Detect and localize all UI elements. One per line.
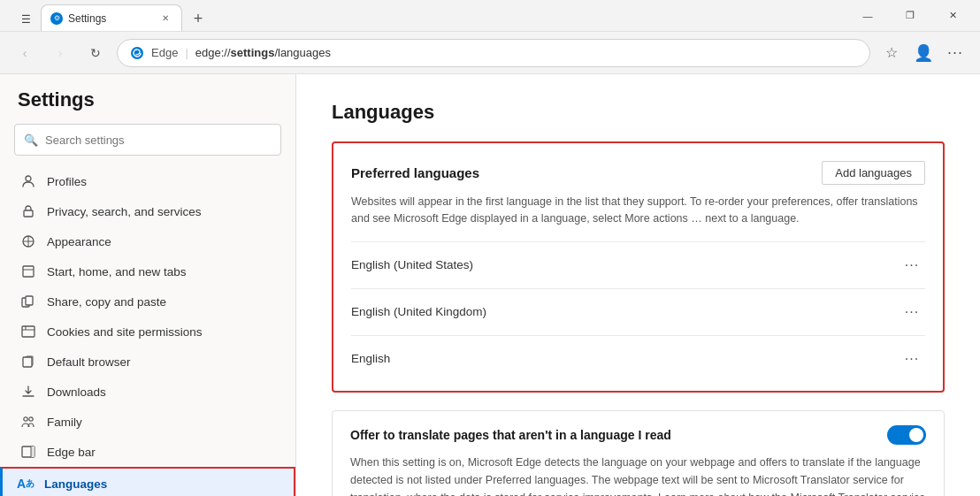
address-input[interactable]: Edge | edge://settings/languages (117, 39, 870, 67)
sidebar-item-privacy[interactable]: Privacy, search, and services (0, 196, 295, 226)
svg-point-1 (26, 176, 31, 181)
language-more-button-0[interactable]: ··· (899, 255, 925, 276)
translate-header: Offer to translate pages that aren't in … (350, 425, 926, 445)
main-layout: Settings 🔍 Profiles Privacy, search, and… (0, 74, 980, 496)
sidebar-item-label: Default browser (47, 355, 131, 369)
favorites-icon[interactable]: ☆ (877, 39, 906, 67)
sidebar-item-label: Start, home, and new tabs (47, 265, 187, 279)
language-item-0: English (United States) ··· (351, 241, 925, 288)
sidebar-item-family[interactable]: Family (0, 407, 295, 437)
url-display: edge://settings/languages (195, 46, 331, 59)
language-item-2: English ··· (351, 335, 925, 382)
preferred-languages-title: Preferred languages (351, 165, 479, 180)
translate-section: Offer to translate pages that aren't in … (332, 410, 945, 497)
family-icon (20, 414, 36, 430)
sidebar-item-cookies[interactable]: Cookies and site permissions (0, 317, 295, 347)
sidebar: Settings 🔍 Profiles Privacy, search, and… (0, 74, 296, 496)
languages-icon: Aあ (18, 476, 34, 492)
svg-point-0 (131, 47, 143, 59)
sidebar-item-label: Profiles (47, 175, 87, 188)
languages-list: English (United States) ··· English (Uni… (333, 241, 943, 382)
sidebar-item-label: Family (47, 416, 82, 429)
svg-point-13 (24, 417, 27, 421)
translate-title: Offer to translate pages that aren't in … (350, 428, 887, 442)
share-copy-icon (20, 294, 36, 309)
sidebar-item-share-copy[interactable]: Share, copy and paste (0, 286, 295, 317)
svg-rect-7 (26, 296, 33, 305)
language-name-0: English (United States) (351, 258, 473, 271)
active-tab[interactable]: ⚙ Settings ✕ (41, 4, 182, 31)
tab-title: Settings (68, 12, 106, 25)
close-button[interactable]: ✕ (932, 2, 973, 30)
cookies-icon (20, 324, 36, 340)
translate-desc: When this setting is on, Microsoft Edge … (350, 454, 926, 497)
title-bar: ☰ ⚙ Settings ✕ + — ❐ ✕ (0, 0, 980, 32)
language-item-1: English (United Kingdom) ··· (351, 288, 925, 335)
sidebar-item-label: Appearance (47, 235, 111, 248)
language-more-button-1[interactable]: ··· (899, 301, 925, 323)
sidebar-toggle[interactable]: ☰ (14, 8, 37, 31)
tab-icon: ⚙ (50, 12, 63, 25)
language-more-button-2[interactable]: ··· (899, 348, 925, 370)
add-languages-button[interactable]: Add languages (822, 161, 925, 185)
translate-toggle[interactable] (887, 425, 926, 445)
forward-button[interactable]: › (46, 39, 74, 67)
edge-logo-icon (130, 46, 144, 60)
preferred-languages-section: Preferred languages Add languages Websit… (332, 141, 945, 393)
window-controls: — ❐ ✕ (847, 2, 973, 30)
language-name-2: English (351, 352, 390, 365)
sidebar-item-label: Languages (44, 477, 107, 491)
maximize-button[interactable]: ❐ (890, 2, 930, 30)
section-header: Preferred languages Add languages (351, 161, 925, 185)
start-home-icon (20, 263, 36, 279)
language-name-1: English (United Kingdom) (351, 305, 486, 318)
privacy-icon (20, 203, 36, 219)
sidebar-item-label: Edge bar (47, 446, 96, 459)
sidebar-item-profiles[interactable]: Profiles (0, 166, 295, 196)
sidebar-title: Settings (0, 88, 295, 124)
search-box[interactable]: 🔍 (14, 124, 281, 156)
minimize-button[interactable]: — (847, 2, 888, 30)
edge-brand-label: Edge (151, 46, 178, 59)
sidebar-item-label: Cookies and site permissions (47, 325, 203, 339)
sidebar-item-downloads[interactable]: Downloads (0, 377, 295, 407)
toolbar-icons: ☆ 👤 ··· (877, 39, 969, 67)
svg-rect-8 (22, 326, 34, 337)
sidebar-item-appearance[interactable]: Appearance (0, 226, 295, 256)
svg-rect-11 (23, 357, 32, 367)
svg-point-14 (29, 417, 33, 421)
default-browser-icon (20, 354, 36, 370)
edge-bar-icon (20, 444, 36, 460)
svg-rect-4 (23, 266, 34, 277)
profiles-icon (20, 173, 36, 189)
more-icon[interactable]: ··· (941, 39, 969, 67)
address-bar: ‹ › ↻ Edge | edge://settings/languages ☆… (0, 32, 980, 74)
new-tab-button[interactable]: + (186, 6, 211, 31)
refresh-button[interactable]: ↻ (81, 39, 110, 67)
content-area: Languages Preferred languages Add langua… (296, 74, 980, 496)
tab-strip: ☰ ⚙ Settings ✕ + (7, 0, 847, 31)
search-input[interactable] (45, 134, 272, 147)
tab-close-button[interactable]: ✕ (158, 11, 172, 26)
sidebar-item-label: Privacy, search, and services (47, 205, 202, 218)
sidebar-item-languages[interactable]: Aあ Languages (0, 467, 295, 496)
search-icon: 🔍 (24, 134, 38, 147)
page-title: Languages (332, 101, 945, 124)
sidebar-item-label: Downloads (47, 385, 106, 399)
sidebar-item-label: Share, copy and paste (47, 295, 166, 309)
profile-icon[interactable]: 👤 (909, 39, 938, 67)
sidebar-item-start-home[interactable]: Start, home, and new tabs (0, 256, 295, 286)
preferred-languages-desc: Websites will appear in the first langua… (351, 194, 925, 227)
svg-rect-16 (31, 446, 34, 457)
svg-rect-2 (24, 210, 33, 217)
back-button[interactable]: ‹ (11, 39, 39, 67)
sidebar-item-default-browser[interactable]: Default browser (0, 347, 295, 377)
downloads-icon (20, 384, 36, 400)
sidebar-item-edge-bar[interactable]: Edge bar (0, 437, 295, 467)
url-separator: | (185, 46, 188, 59)
appearance-icon (20, 233, 36, 249)
